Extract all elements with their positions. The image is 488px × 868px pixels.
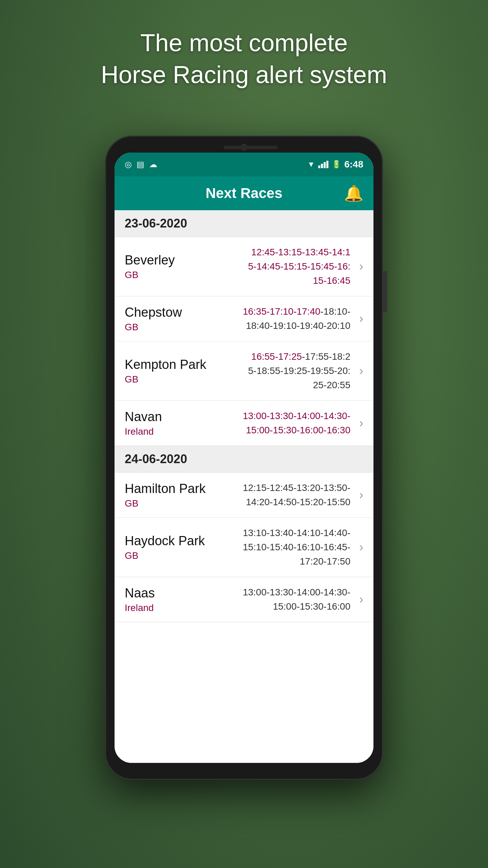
race-info-naas: Naas Ireland bbox=[125, 586, 227, 613]
race-times-beverley: 12:45-13:15-13:45-14:1 5-14:45-15:15-15:… bbox=[227, 245, 356, 288]
times-normal-haydock: 13:10-13:40-14:10-14:40- bbox=[243, 528, 350, 538]
race-info-hamilton: Hamilton Park GB bbox=[125, 481, 227, 509]
chevron-haydock: › bbox=[359, 540, 363, 554]
status-left-icons: ◎ ▤ ☁ bbox=[125, 160, 157, 169]
race-country-hamilton: GB bbox=[125, 498, 227, 509]
date-label-1: 23-06-2020 bbox=[125, 216, 187, 230]
phone-screen: ◎ ▤ ☁ ▼ 🔋 6:48 Next Races 🔔 bbox=[115, 153, 373, 763]
sim-icon: ▤ bbox=[137, 160, 144, 169]
race-name-navan: Navan bbox=[125, 410, 227, 424]
phone-speaker bbox=[224, 146, 278, 149]
times-normal-naas: 13:00-13:30-14:00-14:30- bbox=[243, 587, 350, 597]
times-hl2-navan: 15:00-15:30-16:00-16:30 bbox=[246, 425, 350, 435]
times-hl-navan: 13:00-13:30-14:00-14:30- bbox=[243, 411, 350, 421]
notification-bell-icon[interactable]: 🔔 bbox=[344, 184, 363, 202]
times-normal-chepstow: -18:10- bbox=[320, 306, 350, 317]
chevron-beverley: › bbox=[359, 259, 363, 274]
race-times-naas: 13:00-13:30-14:00-14:30- 15:00-15:30-16:… bbox=[227, 585, 356, 614]
cloud-icon: ☁ bbox=[149, 160, 157, 169]
times-hl-beverley: 12:45-13:15-13:45-14:1 bbox=[251, 247, 350, 257]
race-row-kempton[interactable]: Kempton Park GB 16:55-17:25-17:55-18:2 5… bbox=[115, 341, 373, 401]
date-header-1: 23-06-2020 bbox=[115, 210, 373, 237]
content-area[interactable]: 23-06-2020 Beverley GB 12:45-13:15-13:45… bbox=[115, 210, 373, 763]
race-times-kempton: 16:55-17:25-17:55-18:2 5-18:55-19:25-19:… bbox=[227, 350, 356, 392]
race-country-kempton: GB bbox=[125, 374, 227, 385]
race-name-kempton: Kempton Park bbox=[125, 357, 227, 372]
race-times-chepstow: 16:35-17:10-17:40-18:10- 18:40-19:10-19:… bbox=[227, 304, 356, 333]
phone-frame: ◎ ▤ ☁ ▼ 🔋 6:48 Next Races 🔔 bbox=[105, 136, 383, 780]
app-bar-title: Next Races bbox=[206, 185, 282, 201]
chevron-kempton: › bbox=[359, 364, 363, 378]
race-info-navan: Navan Ireland bbox=[125, 410, 227, 437]
bar1 bbox=[318, 165, 320, 168]
chevron-chepstow: › bbox=[359, 312, 363, 326]
race-country-haydock: GB bbox=[125, 550, 227, 561]
times-normal-hamilton: 12:15-12:45-13:20-13:50- bbox=[243, 482, 350, 493]
battery-icon: 🔋 bbox=[332, 160, 341, 169]
bar4 bbox=[326, 161, 328, 168]
race-row-chepstow[interactable]: Chepstow GB 16:35-17:10-17:40-18:10- 18:… bbox=[115, 296, 373, 341]
app-bar: Next Races 🔔 bbox=[115, 176, 373, 210]
bar2 bbox=[321, 164, 323, 168]
headline-line2: Horse Racing alert system bbox=[0, 59, 488, 91]
race-times-hamilton: 12:15-12:45-13:20-13:50- 14:20-14:50-15:… bbox=[227, 481, 356, 509]
circle-status-icon: ◎ bbox=[125, 160, 132, 169]
times-normal3-kempton: 25-20:55 bbox=[313, 380, 350, 390]
chevron-hamilton: › bbox=[359, 488, 363, 502]
times-hl2-beverley: 5-14:45-15:15-15:45-16: bbox=[248, 261, 350, 272]
race-row-haydock[interactable]: Haydock Park GB 13:10-13:40-14:10-14:40-… bbox=[115, 518, 373, 577]
bar3 bbox=[324, 162, 326, 168]
race-name-hamilton: Hamilton Park bbox=[125, 481, 227, 496]
race-row-navan[interactable]: Navan Ireland 13:00-13:30-14:00-14:30- 1… bbox=[115, 401, 373, 446]
times-normal2-chepstow: 18:40-19:10-19:40-20:10 bbox=[246, 320, 350, 331]
times-hl-kempton: 16:55-17:25 bbox=[251, 351, 302, 362]
race-name-naas: Naas bbox=[125, 586, 227, 600]
race-name-chepstow: Chepstow bbox=[125, 305, 227, 320]
race-country-chepstow: GB bbox=[125, 322, 227, 333]
times-hl-chepstow: 16:35-17:10-17:40 bbox=[243, 306, 320, 317]
race-info-kempton: Kempton Park GB bbox=[125, 357, 227, 385]
time-display: 6:48 bbox=[344, 159, 363, 170]
race-info-haydock: Haydock Park GB bbox=[125, 534, 227, 561]
times-normal2-haydock: 15:10-15:40-16:10-16:45- bbox=[243, 542, 350, 552]
times-normal-kempton: -17:55-18:2 bbox=[302, 351, 350, 362]
times-normal2-hamilton: 14:20-14:50-15:20-15:50 bbox=[246, 497, 350, 507]
signal-bars bbox=[318, 161, 328, 168]
date-label-2: 24-06-2020 bbox=[125, 452, 187, 466]
race-row-hamilton[interactable]: Hamilton Park GB 12:15-12:45-13:20-13:50… bbox=[115, 473, 373, 518]
times-hl3-beverley: 15-16:45 bbox=[313, 275, 350, 286]
race-country-navan: Ireland bbox=[125, 426, 227, 437]
race-country-beverley: GB bbox=[125, 270, 227, 280]
race-name-beverley: Beverley bbox=[125, 253, 227, 268]
race-name-haydock: Haydock Park bbox=[125, 534, 227, 548]
race-info-beverley: Beverley GB bbox=[125, 253, 227, 280]
chevron-navan: › bbox=[359, 416, 363, 430]
race-info-chepstow: Chepstow GB bbox=[125, 305, 227, 333]
race-row-beverley[interactable]: Beverley GB 12:45-13:15-13:45-14:1 5-14:… bbox=[115, 237, 373, 296]
headline-line1: The most complete bbox=[0, 27, 488, 59]
wifi-icon: ▼ bbox=[307, 160, 315, 169]
status-bar: ◎ ▤ ☁ ▼ 🔋 6:48 bbox=[115, 153, 373, 176]
chevron-naas: › bbox=[359, 592, 363, 607]
race-row-naas[interactable]: Naas Ireland 13:00-13:30-14:00-14:30- 15… bbox=[115, 577, 373, 622]
race-times-navan: 13:00-13:30-14:00-14:30- 15:00-15:30-16:… bbox=[227, 409, 356, 437]
status-right-icons: ▼ 🔋 6:48 bbox=[307, 159, 363, 170]
date-header-2: 24-06-2020 bbox=[115, 446, 373, 473]
headline: The most complete Horse Racing alert sys… bbox=[0, 27, 488, 91]
times-normal2-naas: 15:00-15:30-16:00 bbox=[273, 601, 350, 612]
race-times-haydock: 13:10-13:40-14:10-14:40- 15:10-15:40-16:… bbox=[227, 526, 356, 569]
times-normal2-kempton: 5-18:55-19:25-19:55-20: bbox=[248, 366, 350, 376]
times-normal3-haydock: 17:20-17:50 bbox=[300, 556, 350, 567]
side-button bbox=[383, 271, 387, 312]
race-country-naas: Ireland bbox=[125, 603, 227, 613]
